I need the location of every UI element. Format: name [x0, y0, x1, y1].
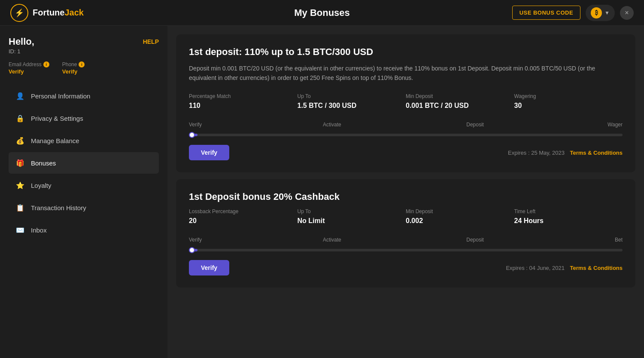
- privacy-settings-icon: 🔒: [15, 113, 25, 123]
- bonus-title: 1st deposit: 110% up to 1.5 BTC/300 USD: [189, 46, 623, 58]
- sidebar-item-inbox[interactable]: ✉️ Inbox: [9, 219, 159, 241]
- progress-label-1: Activate: [323, 122, 341, 128]
- personal-info-icon: 👤: [15, 91, 25, 101]
- user-id: ID: 1: [9, 48, 159, 55]
- stat-label: Up To: [298, 208, 406, 214]
- bonus-title: 1st Deposit bonus 20% Cashback: [189, 191, 623, 202]
- btc-icon: ₿: [591, 7, 602, 18]
- chevron-down-icon: ▼: [605, 10, 610, 16]
- verify-row: Email Address i Verify Phone i Verify: [9, 61, 159, 75]
- inbox-icon: ✉️: [15, 225, 25, 235]
- stat-value: 0.002: [406, 217, 514, 225]
- stat-item: Up To No Limit: [298, 208, 406, 225]
- sidebar-item-transaction-history[interactable]: 📋 Transaction History: [9, 197, 159, 218]
- progress-section: Verify Activate Deposit Wager: [189, 122, 623, 136]
- stat-value: 20: [189, 217, 298, 225]
- transaction-history-icon: 📋: [15, 203, 25, 212]
- user-greeting: Hello, HELP ID: 1: [9, 36, 159, 55]
- logo-area: ⚡ FortuneJack: [10, 4, 84, 22]
- expires-text: Expires : 04 June, 2021: [506, 265, 565, 271]
- currency-selector[interactable]: ₿ ▼: [586, 5, 615, 21]
- expires-text: Expires : 25 May, 2023: [508, 150, 565, 156]
- sidebar-item-label: Manage Balance: [31, 137, 79, 144]
- main-layout: Hello, HELP ID: 1 Email Address i Verify…: [0, 26, 644, 358]
- verify-button[interactable]: Verify: [189, 260, 229, 275]
- bonuses-icon: 🎁: [15, 158, 25, 168]
- sidebar-item-bonuses[interactable]: 🎁 Bonuses: [9, 152, 159, 174]
- page-title: My Bonuses: [294, 7, 350, 18]
- progress-label-3: Bet: [615, 237, 623, 243]
- manage-balance-icon: 💰: [15, 136, 25, 145]
- sidebar-item-personal-info[interactable]: 👤 Personal Information: [9, 85, 159, 107]
- sidebar-item-label: Transaction History: [31, 204, 86, 211]
- email-info-icon: i: [43, 61, 49, 67]
- progress-label-2: Deposit: [466, 237, 484, 243]
- stat-item: Min Deposit 0.002: [406, 208, 514, 225]
- sidebar-item-privacy-settings[interactable]: 🔒 Privacy & Settings: [9, 107, 159, 129]
- hello-text: Hello,: [9, 36, 34, 47]
- phone-label: Phone i: [62, 61, 85, 67]
- stat-item: Up To 1.5 BTC / 300 USD: [298, 93, 406, 110]
- email-verify-link[interactable]: Verify: [9, 68, 49, 75]
- stat-label: Min Deposit: [406, 93, 514, 99]
- sidebar-item-manage-balance[interactable]: 💰 Manage Balance: [9, 130, 159, 151]
- sidebar-item-loyalty[interactable]: ⭐ Loyalty: [9, 174, 159, 196]
- progress-label-2: Deposit: [466, 122, 484, 128]
- stat-label: Wagering: [514, 93, 623, 99]
- stat-value: No Limit: [298, 217, 406, 225]
- bonus-footer: Verify Expires : 04 June, 2021 Terms & C…: [189, 260, 623, 275]
- stat-value: 110: [189, 102, 298, 110]
- bonus-stats: Percentage Match 110 Up To 1.5 BTC / 300…: [189, 93, 623, 110]
- bonus-card-2: 1st Deposit bonus 20% Cashback Lossback …: [176, 179, 635, 288]
- progress-label-1: Activate: [323, 237, 341, 243]
- bonus-card-1: 1st deposit: 110% up to 1.5 BTC/300 USD …: [176, 34, 635, 172]
- header-actions: USE BONUS CODE ₿ ▼ ×: [512, 5, 634, 21]
- help-link[interactable]: HELP: [143, 38, 159, 45]
- stat-label: Up To: [298, 93, 406, 99]
- sidebar-item-label: Bonuses: [31, 159, 56, 167]
- phone-verify-link[interactable]: Verify: [62, 68, 85, 75]
- progress-bar: [189, 134, 623, 136]
- sidebar-item-label: Privacy & Settings: [31, 115, 83, 122]
- terms-link[interactable]: Terms & Conditions: [570, 265, 623, 271]
- terms-link[interactable]: Terms & Conditions: [570, 150, 623, 156]
- stat-value: 30: [514, 102, 623, 110]
- stat-item: Wagering 30: [514, 93, 623, 110]
- stat-label: Time Left: [514, 208, 623, 214]
- header: ⚡ FortuneJack My Bonuses USE BONUS CODE …: [0, 0, 644, 26]
- sidebar-item-label: Inbox: [31, 226, 47, 234]
- close-button[interactable]: ×: [620, 6, 634, 20]
- use-bonus-button[interactable]: USE BONUS CODE: [512, 6, 580, 20]
- stat-item: Lossback Percentage 20: [189, 208, 298, 225]
- email-label: Email Address i: [9, 61, 49, 67]
- bonus-expiry-area: Expires : 25 May, 2023 Terms & Condition…: [508, 149, 623, 156]
- progress-label-0: Verify: [189, 122, 202, 128]
- bonus-expiry-area: Expires : 04 June, 2021 Terms & Conditio…: [506, 264, 623, 272]
- progress-dot: [189, 132, 195, 138]
- phone-verify-item: Phone i Verify: [62, 61, 85, 75]
- verify-button[interactable]: Verify: [189, 145, 229, 160]
- phone-info-icon: i: [79, 61, 85, 67]
- stat-item: Min Deposit 0.001 BTC / 20 USD: [406, 93, 514, 110]
- progress-label-0: Verify: [189, 237, 202, 243]
- stat-label: Percentage Match: [189, 93, 298, 99]
- bonus-footer: Verify Expires : 25 May, 2023 Terms & Co…: [189, 145, 623, 160]
- bonus-stats: Lossback Percentage 20 Up To No Limit Mi…: [189, 208, 623, 225]
- progress-bar: [189, 249, 623, 251]
- stat-label: Lossback Percentage: [189, 208, 298, 214]
- progress-section: Verify Activate Deposit Bet: [189, 237, 623, 251]
- progress-dot: [189, 247, 195, 253]
- stat-value: 24 Hours: [514, 217, 623, 225]
- logo-icon: ⚡: [10, 4, 28, 22]
- sidebar-item-label: Loyalty: [31, 182, 52, 189]
- stat-item: Time Left 24 Hours: [514, 208, 623, 225]
- email-verify-item: Email Address i Verify: [9, 61, 49, 75]
- stat-value: 1.5 BTC / 300 USD: [298, 102, 406, 110]
- stat-label: Min Deposit: [406, 208, 514, 214]
- nav-menu: 👤 Personal Information 🔒 Privacy & Setti…: [9, 85, 159, 241]
- sidebar: Hello, HELP ID: 1 Email Address i Verify…: [0, 26, 167, 358]
- stat-item: Percentage Match 110: [189, 93, 298, 110]
- main-content: 1st deposit: 110% up to 1.5 BTC/300 USD …: [167, 26, 644, 358]
- loyalty-icon: ⭐: [15, 181, 25, 190]
- logo-text: FortuneJack: [33, 8, 84, 18]
